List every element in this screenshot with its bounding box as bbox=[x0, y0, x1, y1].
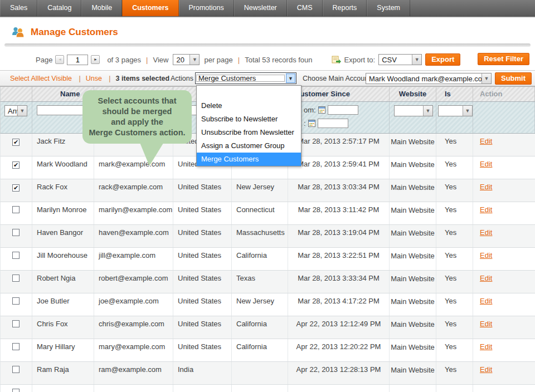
action-option-assign-a-customer-group[interactable]: Assign a Customer Group bbox=[197, 139, 301, 153]
top-nav: SalesCatalogMobileCustomersPromotionsNew… bbox=[0, 0, 535, 17]
is-active-filter-select[interactable]: ▼ bbox=[438, 105, 473, 116]
chevron-down-icon: ▼ bbox=[17, 106, 27, 116]
row-checkbox[interactable]: ✔ bbox=[12, 184, 20, 192]
select-visible-link[interactable]: lect Visible bbox=[38, 75, 72, 82]
unselect-link[interactable]: Unse bbox=[86, 75, 102, 82]
nav-tab-reports[interactable]: Reports bbox=[323, 0, 367, 16]
tab-label: Reports bbox=[333, 4, 357, 12]
massaction-links: Select Alllect Visible |Unse |3 items se… bbox=[10, 75, 169, 82]
calendar-icon[interactable] bbox=[308, 120, 315, 127]
action-option-delete[interactable]: Delete bbox=[197, 99, 301, 112]
callout-line: should be merged bbox=[82, 106, 192, 117]
nav-tab-newsletter[interactable]: Newsletter bbox=[234, 0, 287, 16]
nav-tab-system[interactable]: System bbox=[367, 0, 410, 16]
header-website[interactable]: Website bbox=[390, 87, 436, 101]
row-checkbox[interactable] bbox=[12, 252, 20, 259]
edit-link[interactable]: Edit bbox=[480, 365, 492, 374]
header-is-active[interactable]: Is Active bbox=[436, 87, 473, 101]
export-to-label: Export to: bbox=[344, 56, 376, 64]
nav-tab-mobile[interactable]: Mobile bbox=[81, 0, 122, 16]
table-row bbox=[0, 385, 535, 392]
nav-tab-promotions[interactable]: Promotions bbox=[179, 0, 234, 16]
cell-is-active: Yes bbox=[436, 293, 473, 316]
cell-customer-since: Mar 28, 2013 3:22:51 PM bbox=[288, 248, 390, 270]
edit-link[interactable]: Edit bbox=[480, 205, 492, 214]
cell-is-active: Yes bbox=[436, 156, 473, 179]
header-action: Action bbox=[473, 87, 535, 101]
row-checkbox[interactable] bbox=[12, 229, 20, 236]
since-to-input[interactable] bbox=[318, 119, 348, 128]
previous-page-button[interactable]: ◄ bbox=[55, 55, 64, 64]
row-checkbox[interactable] bbox=[12, 297, 20, 305]
row-checkbox[interactable] bbox=[12, 343, 20, 350]
edit-link[interactable]: Edit bbox=[480, 183, 492, 191]
row-checkbox[interactable] bbox=[12, 389, 20, 392]
cell-is-active: Yes bbox=[436, 248, 473, 270]
nav-tab-customers[interactable]: Customers bbox=[122, 0, 178, 16]
table-row: ✔ Rack Fox rack@example.com United State… bbox=[0, 179, 535, 202]
tab-label: CMS bbox=[297, 4, 313, 12]
edit-link[interactable]: Edit bbox=[480, 320, 492, 328]
actions-label: Actions bbox=[169, 75, 193, 82]
cell-email: jill@example.com bbox=[94, 248, 173, 270]
edit-link[interactable]: Edit bbox=[480, 297, 492, 305]
edit-link[interactable]: Edit bbox=[480, 274, 492, 282]
actions-select[interactable]: Merge Customers ▼ bbox=[195, 72, 296, 84]
cell-email: robert@example.com bbox=[94, 271, 173, 293]
cell-email: mary@example.com bbox=[94, 339, 173, 361]
submit-button[interactable]: Submit bbox=[495, 72, 532, 85]
cell-is-active bbox=[436, 385, 473, 392]
any-filter-select[interactable]: Any ▼ bbox=[4, 105, 27, 116]
page-number-input[interactable] bbox=[67, 55, 88, 65]
since-from-input[interactable] bbox=[328, 105, 358, 115]
cell-customer-since: Apr 22, 2013 12:20:22 PM bbox=[288, 339, 390, 361]
row-checkbox[interactable] bbox=[12, 366, 20, 373]
date-from-label: om: bbox=[304, 106, 316, 114]
action-option-blank[interactable] bbox=[197, 86, 301, 99]
action-option-unsubscribe-from-newsletter[interactable]: Unsubscribe from Newsletter bbox=[197, 126, 301, 139]
edit-link[interactable]: Edit bbox=[480, 228, 492, 237]
cell-state: Connecticut bbox=[232, 202, 288, 224]
select-all-link[interactable]: Select All bbox=[10, 75, 38, 82]
chevron-down-icon: ▼ bbox=[286, 74, 295, 83]
nav-tab-sales[interactable]: Sales bbox=[0, 0, 37, 16]
row-checkbox[interactable]: ✔ bbox=[12, 161, 20, 169]
choose-main-account-label: Choose Main Account bbox=[303, 75, 371, 82]
export-icon bbox=[332, 56, 341, 64]
cell-country: United States bbox=[173, 339, 232, 361]
table-row: Marilyn Monroe marilyn@example.com Unite… bbox=[0, 202, 535, 225]
cell-state: New Jersey bbox=[232, 179, 288, 202]
cell-is-active: Yes bbox=[436, 202, 473, 224]
action-option-subscribe-to-newsletter[interactable]: Subscribe to Newsletter bbox=[197, 112, 301, 126]
cell-website: Main Website bbox=[390, 179, 436, 202]
grid-toolbar: Page ◄ ► of 3 pages | View 20 ▼ per page… bbox=[36, 52, 529, 67]
cell-customer-since: Mar 28, 2013 3:11:42 PM bbox=[288, 202, 390, 224]
edit-link[interactable]: Edit bbox=[480, 160, 492, 168]
main-account-select[interactable]: Mark Woodland mark@example.com ▼ bbox=[366, 73, 492, 84]
export-button[interactable]: Export bbox=[425, 53, 460, 66]
row-checkbox[interactable] bbox=[12, 206, 20, 213]
calendar-icon[interactable] bbox=[318, 106, 325, 114]
action-option-merge-customers[interactable]: Merge Customers bbox=[197, 153, 301, 166]
cell-name bbox=[32, 385, 94, 392]
cell-email: haven@example.com bbox=[94, 225, 173, 247]
reset-filter-button[interactable]: Reset Filter bbox=[478, 53, 529, 65]
row-checkbox[interactable] bbox=[12, 275, 20, 282]
tab-label: Newsletter bbox=[244, 4, 277, 12]
nav-tab-cms[interactable]: CMS bbox=[287, 0, 323, 16]
cell-is-active: Yes bbox=[436, 179, 473, 202]
edit-link[interactable]: Edit bbox=[480, 342, 492, 351]
nav-tab-catalog[interactable]: Catalog bbox=[37, 0, 81, 16]
header-divider bbox=[4, 43, 531, 47]
page-label: Page bbox=[36, 56, 52, 64]
row-checkbox[interactable]: ✔ bbox=[12, 139, 20, 146]
name-filter-input[interactable] bbox=[37, 105, 88, 115]
row-checkbox[interactable] bbox=[12, 320, 20, 327]
edit-link[interactable]: Edit bbox=[480, 137, 492, 145]
per-page-select[interactable]: 20 ▼ bbox=[173, 54, 200, 65]
edit-link[interactable]: Edit bbox=[480, 251, 492, 259]
header-customer-since[interactable]: Customer Since bbox=[288, 87, 390, 101]
website-filter-select[interactable]: ▼ bbox=[394, 105, 433, 116]
next-page-button[interactable]: ► bbox=[91, 55, 100, 64]
export-format-select[interactable]: CSV ▼ bbox=[378, 54, 422, 65]
